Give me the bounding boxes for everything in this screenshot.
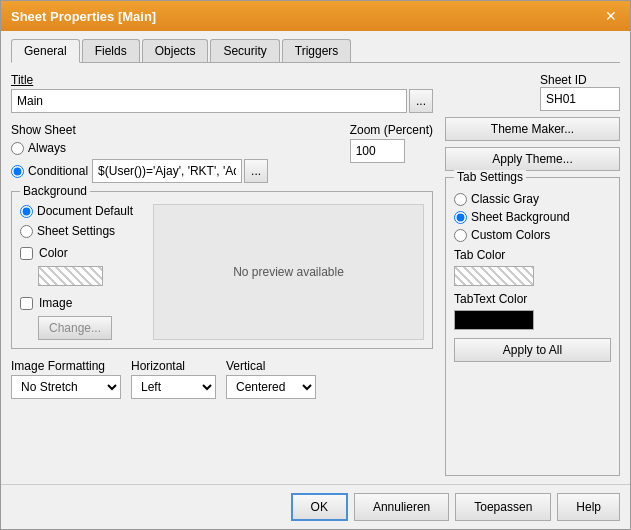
zoom-input[interactable] bbox=[350, 139, 405, 163]
left-panel: Title ... Show Sheet Always bbox=[11, 73, 433, 476]
tab-fields[interactable]: Fields bbox=[82, 39, 140, 62]
image-checkbox[interactable] bbox=[20, 297, 33, 310]
conditional-radio[interactable] bbox=[11, 165, 24, 178]
sheet-id-label: Sheet ID bbox=[540, 73, 620, 87]
tab-general[interactable]: General bbox=[11, 39, 80, 63]
bg-preview: No preview available bbox=[153, 204, 424, 340]
tab-bar: General Fields Objects Security Triggers bbox=[11, 39, 620, 63]
horizontal-select[interactable]: Left Center Right bbox=[131, 375, 216, 399]
tab-content: Title ... Show Sheet Always bbox=[11, 73, 620, 476]
change-button[interactable]: Change... bbox=[38, 316, 112, 340]
tab-triggers[interactable]: Triggers bbox=[282, 39, 352, 62]
sheet-settings-label: Sheet Settings bbox=[37, 224, 115, 238]
horizontal-label: Horizontal bbox=[131, 359, 216, 373]
sheet-id-input[interactable] bbox=[540, 87, 620, 111]
theme-maker-button[interactable]: Theme Maker... bbox=[445, 117, 620, 141]
background-options: Document Default Sheet Settings Color bbox=[20, 204, 424, 340]
bg-left: Document Default Sheet Settings Color bbox=[20, 204, 133, 340]
doc-default-option: Document Default bbox=[20, 204, 133, 218]
always-radio[interactable] bbox=[11, 142, 24, 155]
conditional-input[interactable] bbox=[92, 159, 242, 183]
tab-text-color-label: TabText Color bbox=[454, 292, 611, 306]
custom-colors-radio[interactable] bbox=[454, 229, 467, 242]
image-row: Image bbox=[20, 296, 133, 310]
doc-default-label: Document Default bbox=[37, 204, 133, 218]
show-sheet-label: Show Sheet bbox=[11, 123, 268, 137]
title-bar: Sheet Properties [Main] ✕ bbox=[1, 1, 630, 31]
image-formatting-row: Image Formatting No Stretch Fill Fit Str… bbox=[11, 359, 433, 399]
title-input-row: ... bbox=[11, 89, 433, 113]
tab-color-label: Tab Color bbox=[454, 248, 611, 262]
title-label: Title bbox=[11, 73, 433, 87]
color-swatch-container bbox=[38, 266, 133, 286]
sheet-properties-window: Sheet Properties [Main] ✕ General Fields… bbox=[0, 0, 631, 530]
show-sheet-options: Always Conditional ... bbox=[11, 141, 268, 183]
color-label: Color bbox=[39, 246, 68, 260]
change-btn-container: Change... bbox=[38, 316, 133, 340]
sheet-settings-option: Sheet Settings bbox=[20, 224, 133, 238]
window-title: Sheet Properties [Main] bbox=[11, 9, 156, 24]
tab-color-section: Tab Color bbox=[454, 248, 611, 286]
custom-colors-option: Custom Colors bbox=[454, 228, 611, 242]
always-label: Always bbox=[28, 141, 66, 155]
apply-button[interactable]: Toepassen bbox=[455, 493, 551, 521]
conditional-browse-button[interactable]: ... bbox=[244, 159, 268, 183]
color-row: Color bbox=[20, 246, 133, 260]
image-label: Image bbox=[39, 296, 72, 310]
classic-gray-label: Classic Gray bbox=[471, 192, 539, 206]
show-sheet-group: Show Sheet Always Conditional bbox=[11, 123, 268, 183]
conditional-input-row: ... bbox=[92, 159, 268, 183]
tab-settings-title: Tab Settings bbox=[454, 170, 526, 184]
close-button[interactable]: ✕ bbox=[602, 7, 620, 25]
preview-text: No preview available bbox=[233, 265, 344, 279]
title-browse-button[interactable]: ... bbox=[409, 89, 433, 113]
sheet-settings-radio[interactable] bbox=[20, 225, 33, 238]
tab-settings-group: Tab Settings Classic Gray Sheet Backgrou… bbox=[445, 177, 620, 476]
cancel-button[interactable]: Annulieren bbox=[354, 493, 449, 521]
classic-gray-radio[interactable] bbox=[454, 193, 467, 206]
vertical-select[interactable]: Top Centered Bottom bbox=[226, 375, 316, 399]
conditional-option: Conditional ... bbox=[11, 159, 268, 183]
zoom-group: Zoom (Percent) bbox=[350, 123, 433, 163]
title-group: Title ... bbox=[11, 73, 433, 113]
doc-default-radio[interactable] bbox=[20, 205, 33, 218]
main-content: General Fields Objects Security Triggers… bbox=[1, 31, 630, 484]
tab-text-color-swatch[interactable] bbox=[454, 310, 534, 330]
image-format-select[interactable]: No Stretch Fill Fit Stretch bbox=[11, 375, 121, 399]
tab-security[interactable]: Security bbox=[210, 39, 279, 62]
sheet-id-group: Sheet ID bbox=[445, 73, 620, 111]
always-option: Always bbox=[11, 141, 268, 155]
color-checkbox[interactable] bbox=[20, 247, 33, 260]
right-panel: Sheet ID Theme Maker... Apply Theme... T… bbox=[445, 73, 620, 476]
help-button[interactable]: Help bbox=[557, 493, 620, 521]
footer-buttons: OK Annulieren Toepassen Help bbox=[1, 484, 630, 529]
tab-objects[interactable]: Objects bbox=[142, 39, 209, 62]
sheet-background-label: Sheet Background bbox=[471, 210, 570, 224]
tab-text-color-section: TabText Color bbox=[454, 292, 611, 330]
image-format-group: Image Formatting No Stretch Fill Fit Str… bbox=[11, 359, 121, 399]
show-zoom-row: Show Sheet Always Conditional bbox=[11, 123, 433, 183]
apply-to-all-button[interactable]: Apply to All bbox=[454, 338, 611, 362]
zoom-label: Zoom (Percent) bbox=[350, 123, 433, 137]
ok-button[interactable]: OK bbox=[291, 493, 348, 521]
vertical-label: Vertical bbox=[226, 359, 316, 373]
vertical-group: Vertical Top Centered Bottom bbox=[226, 359, 316, 399]
apply-theme-button[interactable]: Apply Theme... bbox=[445, 147, 620, 171]
tab-color-swatch[interactable] bbox=[454, 266, 534, 286]
background-group: Background Document Default Sheet Settin… bbox=[11, 191, 433, 349]
sheet-background-option: Sheet Background bbox=[454, 210, 611, 224]
background-group-title: Background bbox=[20, 184, 90, 198]
color-swatch[interactable] bbox=[38, 266, 103, 286]
image-format-label: Image Formatting bbox=[11, 359, 121, 373]
title-input[interactable] bbox=[11, 89, 407, 113]
classic-gray-option: Classic Gray bbox=[454, 192, 611, 206]
tab-style-options: Classic Gray Sheet Background Custom Col… bbox=[454, 192, 611, 242]
custom-colors-label: Custom Colors bbox=[471, 228, 550, 242]
sheet-background-radio[interactable] bbox=[454, 211, 467, 224]
conditional-label: Conditional bbox=[28, 164, 88, 178]
horizontal-group: Horizontal Left Center Right bbox=[131, 359, 216, 399]
